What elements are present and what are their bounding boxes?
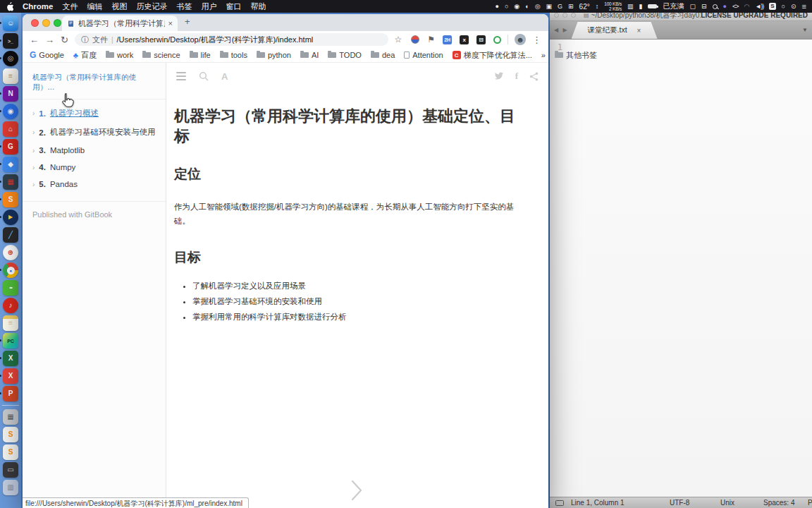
dock-location-app[interactable]: ◉ (3, 104, 18, 119)
caret-position[interactable]: Line 1, Column 1 (571, 499, 625, 507)
back-button[interactable]: ← (30, 35, 39, 45)
bookmark-folder-science[interactable]: science (142, 51, 180, 59)
dock-external-drive[interactable]: ▭ (3, 462, 18, 478)
editor-tab-active[interactable]: 课堂纪要.txt × (572, 22, 658, 39)
window-close-button[interactable] (31, 19, 39, 27)
browser-tab-active[interactable]: 机器学习（常用科学计算库的使 × (62, 16, 178, 31)
forward-button[interactable]: → (45, 35, 54, 45)
network-speed[interactable]: 100 KB/s 2 KB/s (604, 1, 622, 11)
menubar-status-icon[interactable]: ◐ (525, 4, 529, 10)
dock-notes[interactable]: ≡ (3, 315, 18, 331)
menubar-status-icon[interactable]: ● (495, 4, 498, 10)
facebook-icon[interactable]: f (515, 71, 518, 82)
dock-powerpoint[interactable]: P (3, 386, 18, 401)
bookmark-baidu[interactable]: ♣百度 (73, 50, 97, 61)
circle-status-icon[interactable]: ○ (782, 4, 785, 10)
dock-excel[interactable]: X (3, 351, 18, 366)
reload-button[interactable]: ↻ (61, 35, 68, 45)
bookmark-folder-dea[interactable]: dea (371, 51, 395, 59)
new-tab-button[interactable]: + (185, 16, 190, 27)
published-with-gitbook-link[interactable]: Published with GitBook (23, 201, 166, 227)
code-status-icon[interactable]: <> (732, 3, 739, 10)
profile-avatar[interactable]: ☻ (515, 34, 526, 45)
display-icon[interactable]: ▢ (689, 4, 696, 10)
bookmark-star-icon[interactable]: ☆ (395, 35, 402, 44)
dock-red-g-app[interactable]: G (3, 139, 18, 155)
menubar-list-icon[interactable]: ≡ (802, 2, 806, 11)
sidebar-item-chapter-4[interactable]: ›4.Numpy (23, 159, 166, 176)
syntax-status-partial[interactable]: P (808, 499, 812, 507)
bookmark-folder-work[interactable]: work (106, 51, 133, 59)
menubar-status-icon[interactable]: ◎ (535, 4, 541, 10)
dock-sublime-file-2[interactable]: S (3, 445, 18, 460)
menubar-status-icon[interactable]: ▣ (546, 4, 553, 10)
dock-netease-music[interactable]: ♪ (3, 298, 18, 313)
page-info-icon[interactable]: ⓘ (81, 35, 89, 45)
menu-window[interactable]: 窗口 (226, 1, 241, 12)
menubar-status-icon[interactable]: ◉ (514, 4, 519, 10)
bookmark-folder-tools[interactable]: tools (220, 51, 247, 59)
editor-text-area[interactable]: 1 (550, 40, 812, 497)
dock-pycharm[interactable]: PC (3, 333, 18, 349)
sidebar-book-title-link[interactable]: 机器学习（常用科学计算库的使用）… (23, 70, 166, 99)
menu-users[interactable]: 用户 (201, 1, 216, 12)
search-icon[interactable] (199, 71, 209, 81)
chevron-right-icon[interactable]: › (32, 164, 35, 171)
menu-bookmarks[interactable]: 书签 (176, 1, 192, 12)
sidebar-item-chapter-1[interactable]: ›1.机器学习概述 (23, 104, 166, 123)
dock-stats-app[interactable]: ╱ (3, 227, 18, 243)
encoding-status[interactable]: UTF-8 (670, 499, 689, 507)
battery-block-icon[interactable]: ▮ (639, 4, 643, 10)
editor-minimize-button[interactable] (562, 13, 567, 18)
dock-media-player[interactable]: ▶ (3, 210, 18, 225)
bookmark-folder-python[interactable]: python (257, 51, 291, 59)
dock-printer[interactable]: ▦ (3, 409, 18, 425)
menu-view[interactable]: 视图 (111, 1, 127, 12)
menu-history[interactable]: 历史记录 (136, 1, 167, 12)
toggle-sidebar-icon[interactable] (176, 72, 186, 80)
tab-close-icon[interactable]: × (168, 19, 173, 28)
chevron-right-icon[interactable]: › (32, 147, 35, 155)
address-bar[interactable]: ⓘ 文件 | /Users/sherwin/Desktop/机器学习(科学计算库… (75, 33, 388, 46)
status-monitor-icon[interactable] (555, 500, 564, 506)
purple-app-status-icon[interactable]: ● (723, 4, 727, 10)
tab-nav-arrows-icon[interactable]: ◀ ▶ (550, 27, 572, 39)
dock-xmind[interactable]: X (3, 368, 18, 384)
time-machine-icon[interactable]: ⊙ (791, 4, 796, 10)
dock-sublime-file-1[interactable]: S (3, 427, 18, 442)
bookmarks-overflow-chevron[interactable]: » (541, 51, 546, 59)
keyboard-icon[interactable]: ▥ (627, 4, 634, 10)
font-settings-icon[interactable]: A (221, 71, 228, 82)
volume-icon[interactable]: ◄)) (755, 4, 763, 10)
temperature-status[interactable]: 62° (579, 3, 590, 11)
window-minimize-button[interactable] (42, 19, 50, 27)
dock-safari[interactable]: ⊕ (3, 245, 18, 260)
menu-file[interactable]: 文件 (62, 1, 78, 12)
wifi-icon[interactable]: ◠ (744, 4, 749, 10)
dock-onenote[interactable]: N (3, 86, 18, 102)
bookmark-attention[interactable]: Attention (404, 51, 443, 59)
url-text[interactable]: /Users/sherwin/Desktop/机器学习(科学计算库)/index… (117, 35, 314, 45)
share-icon[interactable] (529, 72, 539, 81)
chevron-right-icon[interactable]: › (32, 109, 35, 117)
sidebar-item-chapter-2[interactable]: ›2.机器学习基础环境安装与使用 (23, 123, 166, 142)
extension-2h-icon[interactable]: 2H (443, 35, 452, 44)
line-endings-status[interactable]: Unix (720, 499, 734, 507)
indentation-status[interactable]: Spaces: 4 (763, 499, 794, 507)
dock-textedit[interactable]: ≡ (3, 68, 18, 84)
bookmark-folder-ai[interactable]: AI (300, 51, 319, 59)
extension-x-icon[interactable]: x (460, 35, 469, 44)
menubar-status-icon[interactable]: ⊞ (568, 4, 574, 10)
dock-finder[interactable]: ☺ (3, 16, 18, 31)
menubar-status-icon[interactable]: ○ (505, 4, 508, 10)
chrome-menu-icon[interactable]: ⋮ (532, 35, 541, 45)
dock-parallels[interactable]: ▦ (3, 174, 18, 190)
chevron-right-icon[interactable]: › (32, 181, 35, 188)
apple-menu-icon[interactable] (6, 2, 13, 11)
spaces-icon[interactable]: ⊟ (701, 4, 707, 10)
bookmark-csdn-article[interactable]: C梯度下降优化算法... (453, 50, 532, 61)
bookmark-folder-life[interactable]: life (190, 51, 211, 59)
dock-obs[interactable]: ◎ (3, 51, 18, 66)
extension-panes-icon[interactable]: ⊟ (476, 35, 486, 44)
dock-blue-app[interactable]: ◆ (3, 157, 18, 172)
